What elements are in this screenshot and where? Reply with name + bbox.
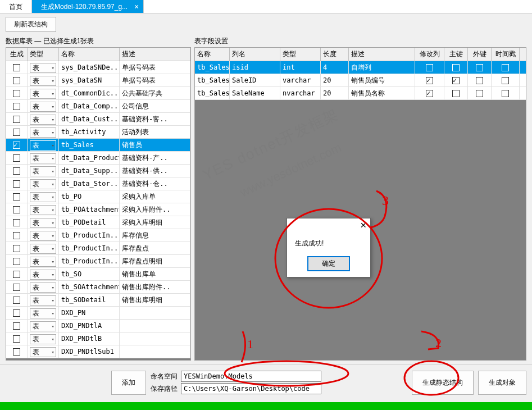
checkbox[interactable] xyxy=(426,77,433,84)
table-name: tb_POAttachment xyxy=(59,203,120,216)
table-desc: 销售出库明细 xyxy=(120,294,190,306)
table-row[interactable]: 表▾DXD_PNDtlB xyxy=(6,332,190,345)
type-dropdown[interactable]: 表▾ xyxy=(30,89,56,99)
generate-checkbox[interactable] xyxy=(13,322,20,330)
dialog-close-icon[interactable]: ✕ xyxy=(360,221,367,230)
dialog-ok-button[interactable]: 确定 xyxy=(307,256,350,271)
type-dropdown[interactable]: 表▾ xyxy=(30,295,56,306)
tab-home[interactable]: 首页 xyxy=(0,0,32,13)
type-dropdown[interactable]: 表▾ xyxy=(30,127,56,138)
generate-checkbox[interactable] xyxy=(13,271,20,278)
type-dropdown[interactable]: 表▾ xyxy=(30,283,56,293)
generate-checkbox[interactable] xyxy=(13,129,20,136)
generate-checkbox[interactable] xyxy=(13,90,20,97)
checkbox[interactable] xyxy=(502,90,509,97)
generate-checkbox[interactable] xyxy=(13,64,20,71)
table-row[interactable]: 表▾tb_PODetail采购入库明细 xyxy=(6,216,190,229)
type-dropdown[interactable]: 表▾ xyxy=(30,166,56,176)
tab-generate-model[interactable]: 生成Model-120.79.85.97_g... × xyxy=(32,0,144,13)
savepath-input[interactable] xyxy=(181,383,321,394)
generate-checkbox[interactable] xyxy=(13,77,20,84)
type-dropdown[interactable]: 表▾ xyxy=(30,153,56,163)
table-row[interactable]: 表▾DXD_PNDtlA xyxy=(6,320,190,332)
generate-checkbox[interactable] xyxy=(13,142,20,149)
checkbox[interactable] xyxy=(476,77,483,84)
table-row[interactable]: 表▾tb_SOAttachment销售出库附件.. xyxy=(6,281,190,294)
type-dropdown[interactable]: 表▾ xyxy=(30,192,56,202)
table-desc: 库存信息 xyxy=(120,229,190,242)
add-button[interactable]: 添加 xyxy=(111,371,146,395)
table-row[interactable]: 表▾DXD_PNDtlSub1 xyxy=(6,345,190,358)
table-row[interactable]: 表▾dt_Data_Supp..基础资料-供.. xyxy=(6,165,190,177)
generate-checkbox[interactable] xyxy=(13,309,20,317)
table-row[interactable]: 表▾tb_SODetail销售出库明细 xyxy=(6,294,190,307)
table-row[interactable]: 表▾sys_DataSN单据号码表 xyxy=(6,74,190,87)
type-dropdown[interactable]: 表▾ xyxy=(30,76,56,86)
checkbox[interactable] xyxy=(476,64,483,71)
table-row[interactable]: 表▾tb_PO采购入库单 xyxy=(6,190,190,203)
type-dropdown[interactable]: 表▾ xyxy=(30,270,56,280)
field-row[interactable]: tb_SalesSaleNamenvarchar20销售员名称 xyxy=(195,87,526,100)
field-row[interactable]: tb_SalesSaleIDvarchar20销售员编号 xyxy=(195,74,526,87)
generate-checkbox[interactable] xyxy=(13,245,20,252)
generate-checkbox[interactable] xyxy=(13,180,20,188)
table-row[interactable]: 表▾tb_POAttachment采购入库附件.. xyxy=(6,203,190,216)
generate-checkbox[interactable] xyxy=(13,297,20,304)
type-dropdown[interactable]: 表▾ xyxy=(30,63,56,73)
type-dropdown[interactable]: 表▾ xyxy=(30,244,56,254)
generate-checkbox[interactable] xyxy=(13,258,20,265)
generate-checkbox[interactable] xyxy=(13,219,20,226)
type-dropdown[interactable]: 表▾ xyxy=(30,218,56,228)
table-row[interactable]: 表▾tb_ProductIn..库存盘点 xyxy=(6,242,190,255)
generate-checkbox[interactable] xyxy=(13,116,20,123)
type-dropdown[interactable]: 表▾ xyxy=(30,334,56,344)
refresh-tables-button[interactable]: 刷新表结构 xyxy=(6,17,56,32)
type-dropdown[interactable]: 表▾ xyxy=(30,257,56,267)
table-row[interactable]: 表▾dt_Data_Comp..公司信息 xyxy=(6,100,190,113)
type-dropdown[interactable]: 表▾ xyxy=(30,179,56,189)
checkbox[interactable] xyxy=(452,64,460,71)
checkbox[interactable] xyxy=(502,64,509,71)
generate-checkbox[interactable] xyxy=(13,348,20,356)
generate-checkbox[interactable] xyxy=(13,335,20,343)
table-row[interactable]: 表▾dt_Data_Cust..基础资料-客.. xyxy=(6,113,190,126)
checkbox[interactable] xyxy=(426,64,433,71)
generate-checkbox[interactable] xyxy=(13,232,20,239)
table-row[interactable]: 表▾tb_SO销售出库单 xyxy=(6,268,190,281)
table-row[interactable]: 表▾DXD_PN xyxy=(6,307,190,320)
checkbox[interactable] xyxy=(452,77,460,84)
table-row[interactable]: 表▾tb_Activity活动列表 xyxy=(6,126,190,139)
table-row[interactable]: 表▾dt_Data_Stor..基础资料-仓.. xyxy=(6,177,190,190)
checkbox[interactable] xyxy=(426,90,433,97)
table-row[interactable]: 表▾dt_Data_Product基础资料-产.. xyxy=(6,152,190,165)
type-dropdown[interactable]: 表▾ xyxy=(30,308,56,318)
right-grid-body[interactable]: tb_Salesisidint4自增列tb_SalesSaleIDvarchar… xyxy=(195,61,526,360)
generate-object-button[interactable]: 生成对象 xyxy=(478,371,526,395)
generate-checkbox[interactable] xyxy=(13,154,20,162)
generate-checkbox[interactable] xyxy=(13,103,20,110)
type-dropdown[interactable]: 表▾ xyxy=(30,115,56,125)
type-dropdown[interactable]: 表▾ xyxy=(30,231,56,241)
generate-checkbox[interactable] xyxy=(13,206,20,213)
table-row[interactable]: 表▾tb_Sales销售员 xyxy=(6,139,190,152)
checkbox[interactable] xyxy=(476,90,483,97)
table-row[interactable]: 表▾sys_DataSNDe..单据号码表 xyxy=(6,61,190,74)
type-dropdown[interactable]: 表▾ xyxy=(30,347,56,357)
type-dropdown[interactable]: 表▾ xyxy=(30,140,56,151)
table-row[interactable]: 表▾tb_ProductIn..库存信息 xyxy=(6,229,190,242)
namespace-input[interactable] xyxy=(181,371,321,382)
type-dropdown[interactable]: 表▾ xyxy=(30,321,56,331)
checkbox[interactable] xyxy=(452,90,460,97)
checkbox[interactable] xyxy=(502,77,509,84)
table-row[interactable]: 表▾dt_CommonDic..公共基础字典 xyxy=(6,87,190,100)
generate-checkbox[interactable] xyxy=(13,193,20,201)
generate-checkbox[interactable] xyxy=(13,284,20,291)
close-icon[interactable]: × xyxy=(134,2,139,11)
generate-static-button[interactable]: 生成静态结构 xyxy=(412,371,474,395)
type-dropdown[interactable]: 表▾ xyxy=(30,102,56,112)
generate-checkbox[interactable] xyxy=(13,167,20,175)
field-row[interactable]: tb_Salesisidint4自增列 xyxy=(195,61,526,74)
type-dropdown[interactable]: 表▾ xyxy=(30,205,56,215)
left-grid-body[interactable]: 表▾sys_DataSNDe..单据号码表表▾sys_DataSN单据号码表表▾… xyxy=(6,61,190,360)
table-row[interactable]: 表▾tb_ProductIn..库存盘点明细 xyxy=(6,255,190,268)
